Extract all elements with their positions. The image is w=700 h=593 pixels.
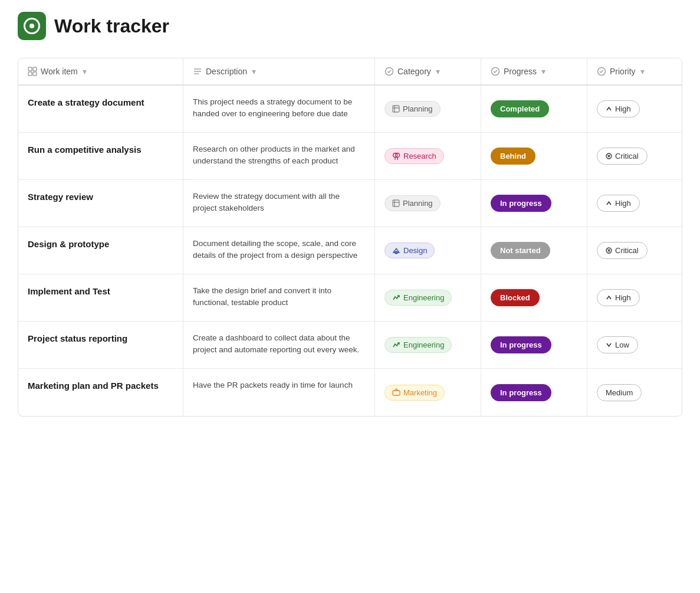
progress-label: Not started bbox=[500, 246, 541, 255]
progress-label: In progress bbox=[500, 340, 542, 349]
category-label: Marketing bbox=[403, 388, 437, 397]
progress-label: In progress bbox=[500, 199, 542, 208]
chevron-down-icon: ▾ bbox=[436, 67, 440, 76]
chevron-down-icon: ▾ bbox=[252, 67, 256, 76]
col-label-description: Description bbox=[206, 67, 247, 76]
table-row[interactable]: Marketing plan and PR packets Have the P… bbox=[18, 369, 682, 416]
description-cell: Document detailing the scope, scale, and… bbox=[183, 227, 375, 274]
description-text: This project needs a strategy document t… bbox=[193, 96, 365, 120]
col-label-progress: Progress bbox=[504, 67, 537, 76]
svg-rect-3 bbox=[33, 72, 37, 76]
progress-cell: Behind bbox=[481, 133, 587, 179]
work-item-cell: Create a strategy document bbox=[18, 86, 183, 132]
category-cell: Design bbox=[375, 227, 481, 274]
priority-cell: High bbox=[587, 86, 682, 132]
priority-cell: Medium bbox=[587, 369, 682, 416]
description-cell: Take the design brief and convert it int… bbox=[183, 274, 375, 321]
svg-rect-27 bbox=[393, 391, 400, 395]
priority-cell: Critical bbox=[587, 227, 682, 274]
category-badge: Engineering bbox=[384, 290, 452, 306]
table-row[interactable]: Run a competitive analysis Research on o… bbox=[18, 133, 682, 180]
priority-label: Low bbox=[615, 340, 629, 349]
col-header-progress[interactable]: Progress ▾ bbox=[481, 58, 587, 84]
category-label: Planning bbox=[403, 199, 433, 208]
app-logo bbox=[18, 12, 46, 40]
svg-rect-20 bbox=[393, 200, 399, 207]
app-header: Work tracker bbox=[0, 0, 700, 52]
category-cell: Marketing bbox=[375, 369, 481, 416]
category-badge: Planning bbox=[384, 195, 441, 211]
priority-cell: High bbox=[587, 180, 682, 227]
progress-cell: In progress bbox=[481, 369, 587, 416]
priority-badge: High bbox=[597, 100, 640, 117]
svg-rect-10 bbox=[393, 106, 399, 112]
progress-badge: In progress bbox=[491, 336, 551, 353]
col-label-priority: Priority bbox=[610, 67, 636, 76]
priority-cell: High bbox=[587, 274, 682, 321]
progress-badge: Blocked bbox=[491, 289, 540, 306]
progress-badge: In progress bbox=[491, 384, 551, 401]
category-label: Planning bbox=[403, 104, 433, 113]
chevron-down-icon: ▾ bbox=[83, 67, 87, 76]
description-cell: Research on other products in the market… bbox=[183, 133, 375, 179]
description-text: Research on other products in the market… bbox=[193, 143, 365, 168]
description-cell: Have the PR packets ready in time for la… bbox=[183, 369, 375, 416]
category-badge: Planning bbox=[384, 101, 441, 117]
table-header-row: Work item ▾ Description ▾ Category ▾ bbox=[18, 58, 682, 86]
category-cell: Engineering bbox=[375, 274, 481, 321]
progress-cell: Blocked bbox=[481, 274, 587, 321]
progress-cell: In progress bbox=[481, 180, 587, 227]
progress-label: In progress bbox=[500, 388, 542, 397]
table-row[interactable]: Design & prototype Document detailing th… bbox=[18, 227, 682, 274]
svg-rect-0 bbox=[28, 67, 32, 71]
work-item-cell: Design & prototype bbox=[18, 227, 183, 274]
work-item-title: Project status reporting bbox=[28, 333, 127, 343]
logo-ring bbox=[24, 18, 40, 34]
work-item-title: Run a competitive analysis bbox=[28, 145, 142, 155]
work-item-cell: Marketing plan and PR packets bbox=[18, 369, 183, 416]
col-label-category: Category bbox=[397, 67, 431, 76]
logo-dot bbox=[29, 24, 34, 28]
work-item-cell: Run a competitive analysis bbox=[18, 133, 183, 179]
col-header-description[interactable]: Description ▾ bbox=[183, 58, 375, 84]
priority-cell: Critical bbox=[587, 133, 682, 179]
table-row[interactable]: Create a strategy document This project … bbox=[18, 86, 682, 133]
work-tracker-table: Work item ▾ Description ▾ Category ▾ bbox=[18, 58, 682, 417]
progress-cell: Not started bbox=[481, 227, 587, 274]
priority-badge: High bbox=[597, 195, 640, 212]
work-item-cell: Implement and Test bbox=[18, 274, 183, 321]
description-text: Take the design brief and convert it int… bbox=[193, 285, 365, 309]
category-label: Design bbox=[403, 246, 427, 255]
work-item-cell: Project status reporting bbox=[18, 322, 183, 368]
progress-cell: Completed bbox=[481, 86, 587, 132]
table-row[interactable]: Implement and Test Take the design brief… bbox=[18, 274, 682, 322]
progress-label: Completed bbox=[500, 104, 540, 113]
progress-badge: Not started bbox=[491, 242, 550, 259]
app-title: Work tracker bbox=[54, 15, 169, 37]
priority-badge: Medium bbox=[597, 384, 642, 401]
col-header-priority[interactable]: Priority ▾ bbox=[587, 58, 682, 84]
priority-label: High bbox=[615, 104, 631, 113]
work-item-title: Marketing plan and PR packets bbox=[28, 381, 159, 391]
col-header-category[interactable]: Category ▾ bbox=[375, 58, 481, 84]
category-cell: Engineering bbox=[375, 322, 481, 368]
description-cell: Create a dashboard to collect data about… bbox=[183, 322, 375, 368]
category-label: Research bbox=[403, 152, 436, 160]
category-cell: Planning bbox=[375, 180, 481, 227]
check-circle-icon bbox=[597, 67, 606, 76]
description-text: Document detailing the scope, scale, and… bbox=[193, 238, 365, 262]
category-cell: Research bbox=[375, 133, 481, 179]
progress-cell: In progress bbox=[481, 322, 587, 368]
chevron-down-icon: ▾ bbox=[640, 67, 645, 76]
description-text: Have the PR packets ready in time for la… bbox=[193, 379, 353, 391]
table-row[interactable]: Strategy review Review the strategy docu… bbox=[18, 180, 682, 227]
category-label: Engineering bbox=[403, 340, 444, 349]
priority-label: High bbox=[615, 199, 631, 208]
progress-badge: Completed bbox=[491, 100, 549, 117]
table-row[interactable]: Project status reporting Create a dashbo… bbox=[18, 322, 682, 369]
svg-rect-1 bbox=[33, 67, 37, 71]
priority-badge: High bbox=[597, 289, 640, 306]
col-header-work-item[interactable]: Work item ▾ bbox=[18, 58, 183, 84]
priority-label: Critical bbox=[615, 246, 639, 255]
progress-badge: Behind bbox=[491, 148, 535, 165]
